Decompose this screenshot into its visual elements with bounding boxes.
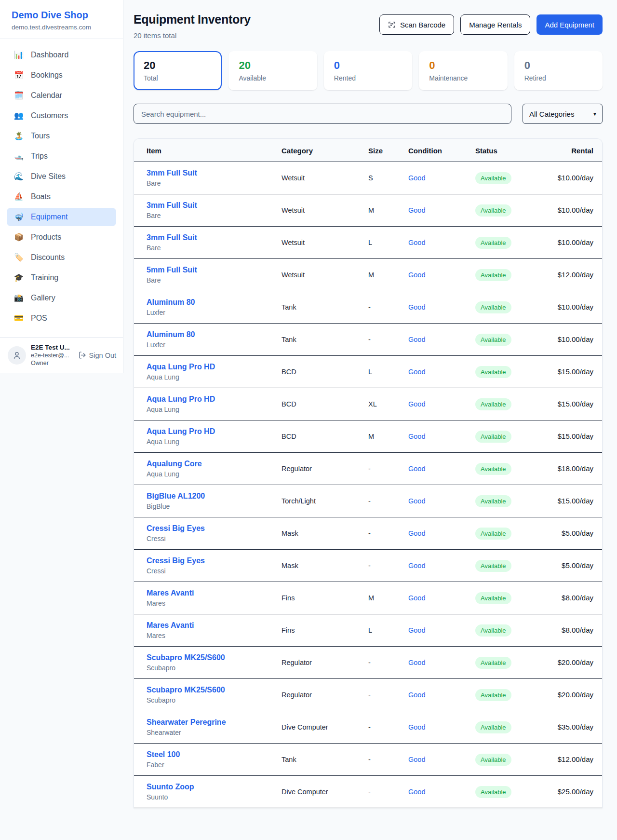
sign-out-icon <box>78 351 86 359</box>
item-size: M <box>368 594 374 602</box>
status-badge: Available <box>475 495 511 507</box>
item-name-link[interactable]: Suunto Zoop <box>147 783 282 791</box>
item-name-link[interactable]: Aqua Lung Pro HD <box>147 427 282 436</box>
sidebar-item-calendar[interactable]: 🗓️ Calendar <box>7 86 116 105</box>
sidebar-item-bookings[interactable]: 📅 Bookings <box>7 66 116 84</box>
scan-barcode-label: Scan Barcode <box>400 21 445 29</box>
item-name-link[interactable]: 5mm Full Suit <box>147 266 282 274</box>
item-name-link[interactable]: 3mm Full Suit <box>147 169 282 177</box>
sidebar-item-training[interactable]: 🎓 Training <box>7 269 116 287</box>
item-name-link[interactable]: BigBlue AL1200 <box>147 492 282 501</box>
item-condition-link[interactable]: Good <box>408 239 425 246</box>
item-condition-link[interactable]: Good <box>408 529 425 537</box>
spiral-calendar-icon: 🗓️ <box>13 92 24 99</box>
sidebar-item-products[interactable]: 📦 Products <box>7 228 116 246</box>
item-brand: Cressi <box>147 535 282 542</box>
item-name-link[interactable]: Cressi Big Eyes <box>147 556 282 565</box>
sidebar-item-dashboard[interactable]: 📊 Dashboard <box>7 46 116 64</box>
column-header-size: Size <box>368 139 408 162</box>
search-input[interactable] <box>134 104 511 124</box>
item-name-link[interactable]: Steel 100 <box>147 750 282 759</box>
stat-card-total[interactable]: 20 Total <box>134 51 222 90</box>
scan-barcode-button[interactable]: Scan Barcode <box>379 14 454 35</box>
item-name-link[interactable]: Mares Avanti <box>147 589 282 597</box>
item-size: - <box>368 756 371 763</box>
item-name-link[interactable]: Aqua Lung Pro HD <box>147 395 282 404</box>
item-rental-price: $20.00/day <box>558 691 593 699</box>
item-size: - <box>368 497 371 505</box>
item-name-link[interactable]: Scubapro MK25/S600 <box>147 686 282 694</box>
sidebar-item-pos[interactable]: 💳 POS <box>7 309 116 327</box>
item-condition-link[interactable]: Good <box>408 788 425 796</box>
item-name-link[interactable]: Cressi Big Eyes <box>147 524 282 533</box>
item-name-link[interactable]: Aluminum 80 <box>147 298 282 307</box>
sidebar-item-customers[interactable]: 👥 Customers <box>7 107 116 125</box>
item-condition-link[interactable]: Good <box>408 206 425 214</box>
item-condition-link[interactable]: Good <box>408 174 425 182</box>
table-row: Aluminum 80 Luxfer Tank - Good Available… <box>134 324 602 356</box>
item-name-link[interactable]: Aqualung Core <box>147 460 282 468</box>
item-size: - <box>368 788 371 796</box>
sidebar-item-trips[interactable]: 🛥️ Trips <box>7 147 116 165</box>
item-brand: Bare <box>147 212 282 219</box>
manage-rentals-button[interactable]: Manage Rentals <box>460 14 530 35</box>
item-category: BCD <box>282 433 296 440</box>
sidebar-item-dive-sites[interactable]: 🌊 Dive Sites <box>7 167 116 186</box>
people-icon: 👥 <box>13 112 24 120</box>
stats-row: 20 Total 20 Available 0 Rented 0 Mainten… <box>134 51 603 90</box>
sidebar-item-boats[interactable]: ⛵ Boats <box>7 188 116 206</box>
table-row: Scubapro MK25/S600 Scubapro Regulator - … <box>134 679 602 711</box>
table-header-row: Item Category Size Condition Status Rent… <box>134 139 602 162</box>
item-name-link[interactable]: Scubapro MK25/S600 <box>147 653 282 662</box>
item-condition-link[interactable]: Good <box>408 594 425 602</box>
item-condition-link[interactable]: Good <box>408 723 425 731</box>
category-select[interactable]: All Categories ▼ <box>523 104 603 124</box>
item-brand: Aqua Lung <box>147 470 282 478</box>
status-badge: Available <box>475 269 511 281</box>
stat-label: Available <box>239 74 307 82</box>
item-condition-link[interactable]: Good <box>408 303 425 311</box>
item-condition-link[interactable]: Good <box>408 271 425 279</box>
item-condition-link[interactable]: Good <box>408 433 425 440</box>
sidebar-item-discounts[interactable]: 🏷️ Discounts <box>7 248 116 267</box>
table-row: Aqualung Core Aqua Lung Regulator - Good… <box>134 453 602 485</box>
item-condition-link[interactable]: Good <box>408 368 425 376</box>
item-condition-link[interactable]: Good <box>408 756 425 763</box>
add-equipment-button[interactable]: Add Equipment <box>537 14 603 35</box>
item-condition-link[interactable]: Good <box>408 400 425 408</box>
item-rental-price: $15.00/day <box>558 400 593 408</box>
item-condition-link[interactable]: Good <box>408 465 425 473</box>
item-name-link[interactable]: 3mm Full Suit <box>147 201 282 210</box>
item-category: Wetsuit <box>282 271 305 279</box>
item-condition-link[interactable]: Good <box>408 336 425 343</box>
main-content: Equipment Inventory 20 items total Scan … <box>123 0 617 808</box>
item-brand: Cressi <box>147 567 282 575</box>
item-name-link[interactable]: Aqua Lung Pro HD <box>147 363 282 371</box>
sidebar-item-tours[interactable]: 🏝️ Tours <box>7 127 116 145</box>
item-condition-link[interactable]: Good <box>408 562 425 569</box>
item-rental-price: $10.00/day <box>558 206 593 214</box>
item-name-link[interactable]: 3mm Full Suit <box>147 233 282 242</box>
item-size: - <box>368 723 371 731</box>
item-condition-link[interactable]: Good <box>408 691 425 699</box>
status-badge: Available <box>475 528 511 540</box>
stat-card-available[interactable]: 20 Available <box>228 51 317 90</box>
stat-card-maintenance[interactable]: 0 Maintenance <box>419 51 507 90</box>
sign-out-button[interactable]: Sign Out <box>78 351 116 359</box>
item-condition-link[interactable]: Good <box>408 659 425 666</box>
stat-card-rented[interactable]: 0 Rented <box>324 51 412 90</box>
item-condition-link[interactable]: Good <box>408 626 425 634</box>
item-condition-link[interactable]: Good <box>408 497 425 505</box>
table-row: Mares Avanti Mares Fins L Good Available… <box>134 614 602 647</box>
item-brand: Mares <box>147 599 282 607</box>
item-brand: Scubapro <box>147 696 282 704</box>
stat-card-retired[interactable]: 0 Retired <box>514 51 603 90</box>
person-icon <box>12 351 22 360</box>
item-name-link[interactable]: Shearwater Peregrine <box>147 718 282 727</box>
sidebar-item-gallery[interactable]: 📸 Gallery <box>7 289 116 307</box>
table-row: 5mm Full Suit Bare Wetsuit M Good Availa… <box>134 259 602 291</box>
item-name-link[interactable]: Mares Avanti <box>147 621 282 630</box>
table-row: Aqua Lung Pro HD Aqua Lung BCD L Good Av… <box>134 356 602 388</box>
sidebar-item-equipment[interactable]: 🤿 Equipment <box>7 208 116 226</box>
item-name-link[interactable]: Aluminum 80 <box>147 330 282 339</box>
